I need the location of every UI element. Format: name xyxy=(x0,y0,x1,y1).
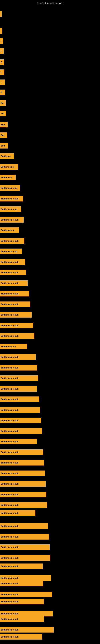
bar-row-1 xyxy=(0,28,2,34)
bar-row-51: Bottleneck result xyxy=(0,555,50,561)
bar-label-48: Bottleneck result xyxy=(0,525,18,527)
bar-9: Bo xyxy=(0,111,6,116)
bar-label-51: Bottleneck result xyxy=(0,557,18,559)
bar-row-26: Bottleneck result xyxy=(0,291,29,296)
bar-label-55: Bottleneck result xyxy=(0,593,18,596)
bar-6: r xyxy=(0,80,5,85)
bar-label-57: Bottleneck result xyxy=(0,612,18,615)
bar-43: Bottleneck result xyxy=(0,470,45,476)
bar-row-20: Bottleneck re xyxy=(0,228,19,233)
bar-29: Bottleneck result xyxy=(0,322,33,328)
bar-row-29: Bottleneck result xyxy=(0,322,33,328)
bar-row-24: Bottleneck result xyxy=(0,270,26,275)
bar-12: Bott xyxy=(0,143,8,148)
bar-58: Bottleneck result xyxy=(0,616,44,622)
bar-label-2: r xyxy=(0,40,1,42)
bar-row-39: Bottleneck result xyxy=(0,428,42,434)
bar-25: Bottleneck result xyxy=(0,280,28,286)
bar-42: Bottleneck result xyxy=(0,460,44,466)
bar-row-6: r xyxy=(0,80,5,85)
bar-row-53: Bottleneck result xyxy=(0,575,51,581)
bar-label-34: Bottleneck result xyxy=(0,377,18,379)
bar-label-37: Bottleneck result xyxy=(0,409,18,411)
bar-24: Bottleneck result xyxy=(0,270,26,275)
bar-label-18: Bottleneck resu xyxy=(0,208,17,210)
bar-22: Bottleneck resu xyxy=(0,248,22,254)
bar-49: Bottleneck result xyxy=(0,534,49,540)
bar-row-45: Bottleneck result xyxy=(0,492,47,497)
bar-row-25: Bottleneck result xyxy=(0,280,28,286)
bar-row-13: Bottlenec xyxy=(0,153,14,159)
bar-18: Bottleneck resu xyxy=(0,206,21,212)
bar-row-54: Bottleneck result xyxy=(0,580,43,586)
bar-row-11: Bot xyxy=(0,132,7,138)
bar-label-22: Bottleneck resu xyxy=(0,250,17,252)
bar-label-40: Bottleneck result xyxy=(0,440,18,443)
bar-label-23: Bottleneck result xyxy=(0,261,18,263)
bar-label-53: Bottleneck result xyxy=(0,577,18,579)
bar-53: Bottleneck result xyxy=(0,575,51,581)
bar-35: Bottleneck result xyxy=(0,386,37,392)
bar-row-48: Bottleneck result xyxy=(0,523,48,529)
bar-label-17: Bottleneck result xyxy=(0,198,18,200)
bar-row-56: Bottleneck result xyxy=(0,599,44,604)
bar-0 xyxy=(0,11,1,17)
bar-label-52: Bottleneck result xyxy=(0,565,18,568)
bar-39: Bottleneck result xyxy=(0,428,42,434)
bar-32: Bottleneck result xyxy=(0,354,36,360)
bar-label-45: Bottleneck result xyxy=(0,493,18,496)
bar-row-19: Bottleneck result xyxy=(0,217,24,222)
bar-label-11: Bot xyxy=(0,134,4,136)
bar-row-43: Bottleneck result xyxy=(0,470,45,476)
bar-label-27: Bottleneck result xyxy=(0,303,18,306)
bar-33: Bottleneck result xyxy=(0,365,37,370)
bar-label-35: Bottleneck result xyxy=(0,388,18,390)
bar-label-7: B xyxy=(0,91,2,94)
bar-row-32: Bottleneck result xyxy=(0,354,36,360)
bar-label-10: Bott xyxy=(0,123,5,126)
bar-54: Bottleneck result xyxy=(0,580,43,586)
bar-50: Bottleneck result xyxy=(0,544,50,550)
bar-48: Bottleneck result xyxy=(0,523,48,529)
bar-label-56: Bottleneck result xyxy=(0,600,18,603)
bar-3: r xyxy=(0,48,3,54)
bar-52: Bottleneck result xyxy=(0,564,43,569)
bar-label-5: r xyxy=(0,71,1,74)
bar-label-42: Bottleneck result xyxy=(0,462,18,464)
bar-44: Bottleneck result xyxy=(0,481,46,486)
bar-26: Bottleneck result xyxy=(0,291,29,296)
bar-row-14: Bottleneck re xyxy=(0,164,18,170)
bar-label-19: Bottleneck result xyxy=(0,218,18,221)
bar-row-16: Bottleneck resu xyxy=(0,185,20,191)
bar-55: Bottleneck result xyxy=(0,592,52,597)
bar-label-30: Bottleneck result xyxy=(0,335,18,337)
bar-label-4: B xyxy=(0,61,2,64)
bar-row-2: r xyxy=(0,38,3,44)
bar-row-55: Bottleneck result xyxy=(0,592,52,597)
bar-label-41: Bottleneck result xyxy=(0,451,18,454)
bar-row-35: Bottleneck result xyxy=(0,386,37,392)
bar-2: r xyxy=(0,38,3,44)
bar-47: Bottleneck result xyxy=(0,510,35,516)
bar-row-23: Bottleneck result xyxy=(0,259,25,265)
bar-row-12: Bott xyxy=(0,143,8,148)
bar-56: Bottleneck result xyxy=(0,599,44,604)
bar-60: Bottleneck result xyxy=(0,634,42,640)
bar-row-31: Bottleneck res xyxy=(0,344,27,349)
bar-label-49: Bottleneck result xyxy=(0,536,18,538)
bar-row-15: Bottleneck xyxy=(0,175,16,180)
bar-label-16: Bottleneck resu xyxy=(0,187,17,189)
bar-label-25: Bottleneck result xyxy=(0,282,18,284)
bar-row-5: r xyxy=(0,70,4,75)
bar-23: Bottleneck result xyxy=(0,259,25,265)
bar-row-57: Bottleneck result xyxy=(0,611,53,616)
bar-row-4: B xyxy=(0,59,4,65)
bar-label-33: Bottleneck result xyxy=(0,366,18,369)
bar-row-0 xyxy=(0,11,1,17)
bar-label-13: Bottlenec xyxy=(0,155,11,158)
bar-45: Bottleneck result xyxy=(0,492,47,497)
bar-row-42: Bottleneck result xyxy=(0,460,44,466)
bar-label-60: Bottleneck result xyxy=(0,636,18,638)
bar-label-6: r xyxy=(0,81,1,84)
bar-46: Bottleneck result xyxy=(0,502,47,508)
